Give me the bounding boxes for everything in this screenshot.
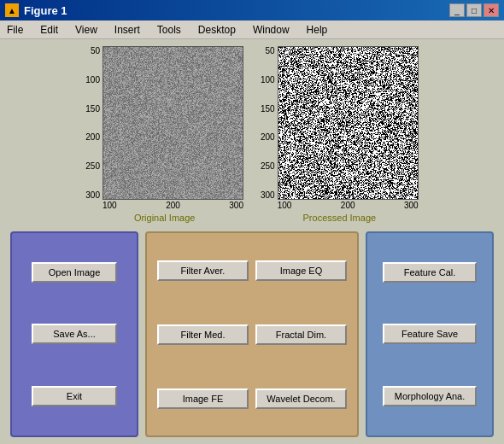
processed-canvas: [278, 47, 419, 200]
buttons-area: Open Image Save As... Exit Filter Aver. …: [10, 231, 494, 437]
menu-item-insert[interactable]: Insert: [111, 23, 144, 37]
original-plot-canvas: [103, 46, 243, 200]
processed-plot-axes: 50 100 150 200 250 300 100 200 300: [261, 46, 419, 211]
maximize-button[interactable]: □: [466, 3, 482, 17]
original-plot-inner: 100 200 300: [103, 46, 243, 211]
original-plot-container: 50 100 150 200 250 300 100 200 300: [85, 46, 243, 223]
menu-item-tools[interactable]: Tools: [154, 23, 185, 37]
menu-item-edit[interactable]: Edit: [37, 23, 62, 37]
wavelet-decom-button[interactable]: Wavelet Decom.: [255, 388, 347, 409]
middle-panel: Filter Aver. Image EQ Filter Med. Fracta…: [145, 231, 359, 437]
exit-button[interactable]: Exit: [32, 386, 117, 406]
filter-med-button[interactable]: Filter Med.: [157, 324, 249, 345]
main-content: 50 100 150 200 250 300 100 200 300: [0, 39, 504, 444]
processed-plot-canvas: [278, 46, 419, 200]
processed-y-axis: 50 100 150 200 250 300: [261, 46, 278, 200]
menu-item-desktop[interactable]: Desktop: [195, 23, 239, 37]
menu-item-file[interactable]: File: [3, 23, 26, 37]
feature-save-button[interactable]: Feature Save: [383, 324, 477, 344]
close-button[interactable]: ✕: [483, 3, 499, 17]
app-icon: ▲: [5, 3, 19, 17]
menu-item-view[interactable]: View: [72, 23, 101, 37]
processed-plot-container: 50 100 150 200 250 300 100 200 300: [261, 46, 419, 223]
minimize-button[interactable]: _: [449, 3, 465, 17]
original-plot-axes: 50 100 150 200 250 300 100 200 300: [85, 46, 243, 211]
menu-bar: FileEditViewInsertToolsDesktopWindowHelp: [0, 20, 504, 39]
menu-item-help[interactable]: Help: [303, 23, 331, 37]
title-left: ▲ Figure 1: [5, 3, 67, 17]
original-label: Original Image: [134, 213, 196, 223]
right-panel: Feature Cal. Feature Save Morphology Ana…: [366, 231, 494, 437]
morphology-ana-button[interactable]: Morphology Ana.: [383, 386, 477, 406]
fractal-dim-button[interactable]: Fractal Dim.: [255, 324, 347, 345]
feature-cal-button[interactable]: Feature Cal.: [383, 262, 477, 283]
original-canvas: [103, 47, 243, 200]
filter-aver-button[interactable]: Filter Aver.: [157, 260, 249, 281]
processed-x-axis: 100 200 300: [278, 200, 419, 211]
left-panel: Open Image Save As... Exit: [10, 231, 138, 437]
plots-area: 50 100 150 200 250 300 100 200 300: [10, 46, 494, 223]
original-x-axis: 100 200 300: [103, 200, 243, 211]
menu-item-window[interactable]: Window: [249, 23, 293, 37]
window-controls: _ □ ✕: [449, 3, 499, 17]
save-as-button[interactable]: Save As...: [32, 324, 117, 344]
window-title: Figure 1: [24, 4, 67, 17]
original-y-axis: 50 100 150 200 250 300: [85, 46, 103, 200]
image-fe-button[interactable]: Image FE: [157, 388, 249, 409]
title-bar: ▲ Figure 1 _ □ ✕: [0, 0, 504, 20]
image-eq-button[interactable]: Image EQ: [255, 260, 347, 281]
processed-plot-inner: 100 200 300: [278, 46, 419, 211]
processed-label: Processed Image: [303, 213, 377, 223]
open-image-button[interactable]: Open Image: [32, 262, 117, 283]
